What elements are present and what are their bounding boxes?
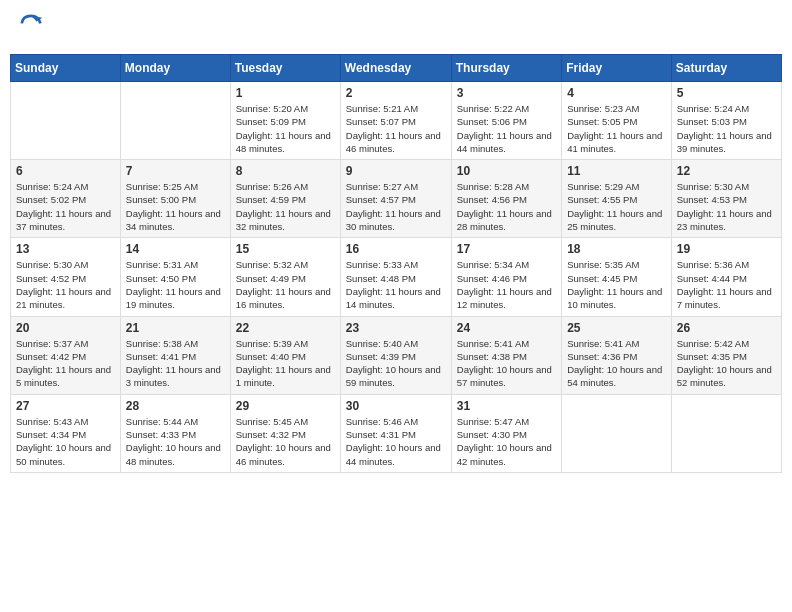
day-number: 31: [457, 399, 556, 413]
calendar-cell: 4 Sunrise: 5:23 AMSunset: 5:05 PMDayligh…: [562, 82, 672, 160]
day-number: 29: [236, 399, 335, 413]
day-info: Sunrise: 5:47 AMSunset: 4:30 PMDaylight:…: [457, 416, 552, 467]
week-row-5: 27 Sunrise: 5:43 AMSunset: 4:34 PMDaylig…: [11, 394, 782, 472]
day-info: Sunrise: 5:26 AMSunset: 4:59 PMDaylight:…: [236, 181, 331, 232]
calendar-cell: 30 Sunrise: 5:46 AMSunset: 4:31 PMDaylig…: [340, 394, 451, 472]
day-info: Sunrise: 5:27 AMSunset: 4:57 PMDaylight:…: [346, 181, 441, 232]
day-number: 3: [457, 86, 556, 100]
calendar-cell: 22 Sunrise: 5:39 AMSunset: 4:40 PMDaylig…: [230, 316, 340, 394]
calendar-cell: 8 Sunrise: 5:26 AMSunset: 4:59 PMDayligh…: [230, 160, 340, 238]
day-info: Sunrise: 5:37 AMSunset: 4:42 PMDaylight:…: [16, 338, 111, 389]
day-info: Sunrise: 5:28 AMSunset: 4:56 PMDaylight:…: [457, 181, 552, 232]
day-number: 26: [677, 321, 776, 335]
day-info: Sunrise: 5:46 AMSunset: 4:31 PMDaylight:…: [346, 416, 441, 467]
day-info: Sunrise: 5:34 AMSunset: 4:46 PMDaylight:…: [457, 259, 552, 310]
calendar-cell: 1 Sunrise: 5:20 AMSunset: 5:09 PMDayligh…: [230, 82, 340, 160]
day-info: Sunrise: 5:30 AMSunset: 4:52 PMDaylight:…: [16, 259, 111, 310]
day-number: 12: [677, 164, 776, 178]
weekday-header-thursday: Thursday: [451, 55, 561, 82]
day-info: Sunrise: 5:41 AMSunset: 4:38 PMDaylight:…: [457, 338, 552, 389]
calendar-cell: 19 Sunrise: 5:36 AMSunset: 4:44 PMDaylig…: [671, 238, 781, 316]
day-info: Sunrise: 5:29 AMSunset: 4:55 PMDaylight:…: [567, 181, 662, 232]
calendar-cell: 5 Sunrise: 5:24 AMSunset: 5:03 PMDayligh…: [671, 82, 781, 160]
day-number: 7: [126, 164, 225, 178]
calendar-cell: 20 Sunrise: 5:37 AMSunset: 4:42 PMDaylig…: [11, 316, 121, 394]
day-info: Sunrise: 5:38 AMSunset: 4:41 PMDaylight:…: [126, 338, 221, 389]
calendar-cell: 11 Sunrise: 5:29 AMSunset: 4:55 PMDaylig…: [562, 160, 672, 238]
week-row-3: 13 Sunrise: 5:30 AMSunset: 4:52 PMDaylig…: [11, 238, 782, 316]
day-number: 14: [126, 242, 225, 256]
day-number: 2: [346, 86, 446, 100]
calendar-cell: 15 Sunrise: 5:32 AMSunset: 4:49 PMDaylig…: [230, 238, 340, 316]
day-number: 30: [346, 399, 446, 413]
calendar-cell: 26 Sunrise: 5:42 AMSunset: 4:35 PMDaylig…: [671, 316, 781, 394]
weekday-header-sunday: Sunday: [11, 55, 121, 82]
day-info: Sunrise: 5:20 AMSunset: 5:09 PMDaylight:…: [236, 103, 331, 154]
day-number: 24: [457, 321, 556, 335]
calendar-cell: 23 Sunrise: 5:40 AMSunset: 4:39 PMDaylig…: [340, 316, 451, 394]
calendar-cell: 17 Sunrise: 5:34 AMSunset: 4:46 PMDaylig…: [451, 238, 561, 316]
day-info: Sunrise: 5:41 AMSunset: 4:36 PMDaylight:…: [567, 338, 662, 389]
weekday-header-wednesday: Wednesday: [340, 55, 451, 82]
calendar-cell: 28 Sunrise: 5:44 AMSunset: 4:33 PMDaylig…: [120, 394, 230, 472]
calendar-cell: 31 Sunrise: 5:47 AMSunset: 4:30 PMDaylig…: [451, 394, 561, 472]
day-number: 1: [236, 86, 335, 100]
week-row-2: 6 Sunrise: 5:24 AMSunset: 5:02 PMDayligh…: [11, 160, 782, 238]
calendar-cell: 12 Sunrise: 5:30 AMSunset: 4:53 PMDaylig…: [671, 160, 781, 238]
day-info: Sunrise: 5:22 AMSunset: 5:06 PMDaylight:…: [457, 103, 552, 154]
day-number: 15: [236, 242, 335, 256]
day-info: Sunrise: 5:36 AMSunset: 4:44 PMDaylight:…: [677, 259, 772, 310]
day-info: Sunrise: 5:21 AMSunset: 5:07 PMDaylight:…: [346, 103, 441, 154]
calendar-cell: 25 Sunrise: 5:41 AMSunset: 4:36 PMDaylig…: [562, 316, 672, 394]
calendar-cell: [562, 394, 672, 472]
calendar-cell: 10 Sunrise: 5:28 AMSunset: 4:56 PMDaylig…: [451, 160, 561, 238]
day-number: 10: [457, 164, 556, 178]
day-number: 9: [346, 164, 446, 178]
calendar-cell: 2 Sunrise: 5:21 AMSunset: 5:07 PMDayligh…: [340, 82, 451, 160]
day-number: 18: [567, 242, 666, 256]
day-info: Sunrise: 5:44 AMSunset: 4:33 PMDaylight:…: [126, 416, 221, 467]
calendar-cell: 16 Sunrise: 5:33 AMSunset: 4:48 PMDaylig…: [340, 238, 451, 316]
week-row-4: 20 Sunrise: 5:37 AMSunset: 4:42 PMDaylig…: [11, 316, 782, 394]
calendar-table: SundayMondayTuesdayWednesdayThursdayFrid…: [10, 54, 782, 473]
day-number: 8: [236, 164, 335, 178]
day-number: 19: [677, 242, 776, 256]
logo: [18, 14, 50, 42]
calendar-cell: 24 Sunrise: 5:41 AMSunset: 4:38 PMDaylig…: [451, 316, 561, 394]
day-number: 20: [16, 321, 115, 335]
weekday-header-monday: Monday: [120, 55, 230, 82]
day-info: Sunrise: 5:39 AMSunset: 4:40 PMDaylight:…: [236, 338, 331, 389]
day-number: 23: [346, 321, 446, 335]
weekday-header-friday: Friday: [562, 55, 672, 82]
day-number: 16: [346, 242, 446, 256]
day-number: 22: [236, 321, 335, 335]
day-info: Sunrise: 5:45 AMSunset: 4:32 PMDaylight:…: [236, 416, 331, 467]
day-number: 13: [16, 242, 115, 256]
day-number: 5: [677, 86, 776, 100]
weekday-header-tuesday: Tuesday: [230, 55, 340, 82]
calendar-cell: 18 Sunrise: 5:35 AMSunset: 4:45 PMDaylig…: [562, 238, 672, 316]
day-number: 21: [126, 321, 225, 335]
calendar-cell: 21 Sunrise: 5:38 AMSunset: 4:41 PMDaylig…: [120, 316, 230, 394]
weekday-header-row: SundayMondayTuesdayWednesdayThursdayFrid…: [11, 55, 782, 82]
day-number: 11: [567, 164, 666, 178]
calendar-cell: [120, 82, 230, 160]
day-number: 6: [16, 164, 115, 178]
calendar-cell: [11, 82, 121, 160]
week-row-1: 1 Sunrise: 5:20 AMSunset: 5:09 PMDayligh…: [11, 82, 782, 160]
day-info: Sunrise: 5:30 AMSunset: 4:53 PMDaylight:…: [677, 181, 772, 232]
day-number: 25: [567, 321, 666, 335]
day-info: Sunrise: 5:32 AMSunset: 4:49 PMDaylight:…: [236, 259, 331, 310]
calendar-cell: 3 Sunrise: 5:22 AMSunset: 5:06 PMDayligh…: [451, 82, 561, 160]
page-header: [10, 10, 782, 46]
calendar-cell: 14 Sunrise: 5:31 AMSunset: 4:50 PMDaylig…: [120, 238, 230, 316]
weekday-header-saturday: Saturday: [671, 55, 781, 82]
calendar-cell: 7 Sunrise: 5:25 AMSunset: 5:00 PMDayligh…: [120, 160, 230, 238]
day-info: Sunrise: 5:40 AMSunset: 4:39 PMDaylight:…: [346, 338, 441, 389]
calendar-cell: 13 Sunrise: 5:30 AMSunset: 4:52 PMDaylig…: [11, 238, 121, 316]
calendar-cell: 6 Sunrise: 5:24 AMSunset: 5:02 PMDayligh…: [11, 160, 121, 238]
day-number: 4: [567, 86, 666, 100]
day-info: Sunrise: 5:24 AMSunset: 5:03 PMDaylight:…: [677, 103, 772, 154]
day-number: 27: [16, 399, 115, 413]
day-info: Sunrise: 5:35 AMSunset: 4:45 PMDaylight:…: [567, 259, 662, 310]
